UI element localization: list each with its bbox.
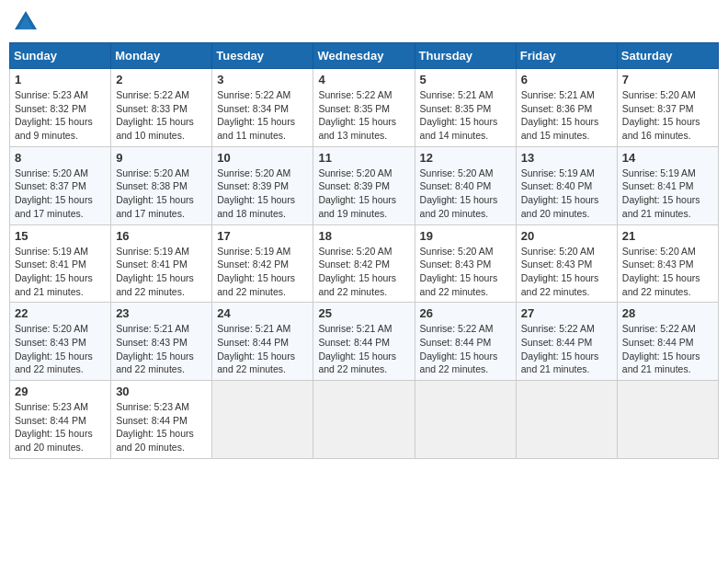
calendar-cell (415, 381, 516, 459)
calendar-day-header: Friday (516, 43, 617, 69)
calendar-week-row: 1Sunrise: 5:23 AMSunset: 8:32 PMDaylight… (10, 69, 719, 147)
calendar-cell: 8Sunrise: 5:20 AMSunset: 8:37 PMDaylight… (10, 146, 111, 224)
day-info: Sunrise: 5:20 AMSunset: 8:43 PMDaylight:… (420, 246, 498, 297)
day-info: Sunrise: 5:22 AMSunset: 8:35 PMDaylight:… (318, 89, 396, 141)
day-number: 2 (116, 73, 207, 86)
calendar-cell: 2Sunrise: 5:22 AMSunset: 8:33 PMDaylight… (111, 69, 212, 147)
day-info: Sunrise: 5:22 AMSunset: 8:33 PMDaylight:… (116, 89, 194, 141)
calendar-cell: 10Sunrise: 5:20 AMSunset: 8:39 PMDayligh… (212, 146, 313, 224)
calendar-cell: 16Sunrise: 5:19 AMSunset: 8:41 PMDayligh… (111, 224, 212, 303)
day-info: Sunrise: 5:23 AMSunset: 8:44 PMDaylight:… (15, 401, 93, 453)
calendar-day-header: Monday (111, 43, 212, 69)
calendar-header-row: SundayMondayTuesdayWednesdayThursdayFrid… (10, 43, 719, 69)
day-number: 26 (420, 306, 511, 320)
day-number: 14 (622, 151, 713, 165)
page-header (9, 9, 719, 35)
calendar-table: SundayMondayTuesdayWednesdayThursdayFrid… (9, 42, 719, 459)
calendar-day-header: Wednesday (313, 43, 415, 69)
day-info: Sunrise: 5:21 AMSunset: 8:35 PMDaylight:… (420, 89, 498, 141)
day-info: Sunrise: 5:19 AMSunset: 8:40 PMDaylight:… (521, 167, 599, 219)
logo-icon (13, 9, 39, 35)
day-number: 25 (318, 306, 409, 320)
calendar-cell: 21Sunrise: 5:20 AMSunset: 8:43 PMDayligh… (617, 224, 718, 303)
calendar-cell: 29Sunrise: 5:23 AMSunset: 8:44 PMDayligh… (10, 381, 111, 459)
day-number: 16 (116, 229, 207, 243)
day-number: 18 (318, 229, 409, 243)
day-info: Sunrise: 5:21 AMSunset: 8:36 PMDaylight:… (521, 89, 599, 141)
day-number: 15 (15, 229, 106, 243)
calendar-week-row: 15Sunrise: 5:19 AMSunset: 8:41 PMDayligh… (10, 224, 719, 303)
day-info: Sunrise: 5:19 AMSunset: 8:41 PMDaylight:… (622, 167, 700, 219)
calendar-cell: 5Sunrise: 5:21 AMSunset: 8:35 PMDaylight… (415, 69, 516, 147)
day-number: 29 (15, 385, 106, 398)
calendar-cell: 3Sunrise: 5:22 AMSunset: 8:34 PMDaylight… (212, 69, 313, 147)
day-number: 24 (217, 306, 308, 320)
day-number: 5 (420, 73, 511, 86)
day-number: 1 (15, 73, 106, 86)
calendar-body: 1Sunrise: 5:23 AMSunset: 8:32 PMDaylight… (10, 69, 719, 459)
calendar-cell (516, 381, 617, 459)
day-info: Sunrise: 5:19 AMSunset: 8:42 PMDaylight:… (217, 246, 295, 297)
day-info: Sunrise: 5:20 AMSunset: 8:37 PMDaylight:… (15, 167, 93, 219)
day-number: 12 (420, 151, 511, 165)
day-number: 23 (116, 306, 207, 320)
calendar-cell (212, 381, 313, 459)
day-number: 30 (116, 385, 207, 398)
calendar-week-row: 22Sunrise: 5:20 AMSunset: 8:43 PMDayligh… (10, 303, 719, 381)
day-info: Sunrise: 5:23 AMSunset: 8:44 PMDaylight:… (116, 401, 194, 453)
calendar-week-row: 8Sunrise: 5:20 AMSunset: 8:37 PMDaylight… (10, 146, 719, 224)
calendar-cell: 27Sunrise: 5:22 AMSunset: 8:44 PMDayligh… (516, 303, 617, 381)
calendar-cell (313, 381, 415, 459)
day-info: Sunrise: 5:20 AMSunset: 8:42 PMDaylight:… (318, 246, 396, 297)
day-info: Sunrise: 5:22 AMSunset: 8:44 PMDaylight:… (521, 323, 599, 374)
day-info: Sunrise: 5:20 AMSunset: 8:43 PMDaylight:… (15, 323, 93, 374)
calendar-cell: 17Sunrise: 5:19 AMSunset: 8:42 PMDayligh… (212, 224, 313, 303)
day-number: 9 (116, 151, 207, 165)
day-info: Sunrise: 5:23 AMSunset: 8:32 PMDaylight:… (15, 89, 93, 141)
calendar-cell: 9Sunrise: 5:20 AMSunset: 8:38 PMDaylight… (111, 146, 212, 224)
day-info: Sunrise: 5:21 AMSunset: 8:44 PMDaylight:… (217, 323, 295, 374)
calendar-cell: 7Sunrise: 5:20 AMSunset: 8:37 PMDaylight… (617, 69, 718, 147)
day-info: Sunrise: 5:20 AMSunset: 8:40 PMDaylight:… (420, 167, 498, 219)
day-number: 22 (15, 306, 106, 320)
day-info: Sunrise: 5:20 AMSunset: 8:39 PMDaylight:… (217, 167, 295, 219)
calendar-day-header: Tuesday (212, 43, 313, 69)
calendar-week-row: 29Sunrise: 5:23 AMSunset: 8:44 PMDayligh… (10, 381, 719, 459)
day-info: Sunrise: 5:22 AMSunset: 8:44 PMDaylight:… (420, 323, 498, 374)
day-info: Sunrise: 5:20 AMSunset: 8:43 PMDaylight:… (521, 246, 599, 297)
day-number: 17 (217, 229, 308, 243)
calendar-cell: 19Sunrise: 5:20 AMSunset: 8:43 PMDayligh… (415, 224, 516, 303)
day-number: 21 (622, 229, 713, 243)
day-number: 27 (521, 306, 612, 320)
calendar-cell: 18Sunrise: 5:20 AMSunset: 8:42 PMDayligh… (313, 224, 415, 303)
day-number: 19 (420, 229, 511, 243)
day-number: 3 (217, 73, 308, 86)
day-info: Sunrise: 5:19 AMSunset: 8:41 PMDaylight:… (15, 246, 93, 297)
day-info: Sunrise: 5:22 AMSunset: 8:44 PMDaylight:… (622, 323, 700, 374)
day-number: 6 (521, 73, 612, 86)
calendar-cell: 25Sunrise: 5:21 AMSunset: 8:44 PMDayligh… (313, 303, 415, 381)
calendar-cell: 23Sunrise: 5:21 AMSunset: 8:43 PMDayligh… (111, 303, 212, 381)
calendar-cell: 6Sunrise: 5:21 AMSunset: 8:36 PMDaylight… (516, 69, 617, 147)
day-info: Sunrise: 5:20 AMSunset: 8:37 PMDaylight:… (622, 89, 700, 141)
day-number: 7 (622, 73, 713, 86)
calendar-cell: 30Sunrise: 5:23 AMSunset: 8:44 PMDayligh… (111, 381, 212, 459)
day-info: Sunrise: 5:21 AMSunset: 8:44 PMDaylight:… (318, 323, 396, 374)
calendar-cell: 11Sunrise: 5:20 AMSunset: 8:39 PMDayligh… (313, 146, 415, 224)
calendar-cell: 13Sunrise: 5:19 AMSunset: 8:40 PMDayligh… (516, 146, 617, 224)
logo (13, 9, 40, 35)
calendar-cell: 22Sunrise: 5:20 AMSunset: 8:43 PMDayligh… (10, 303, 111, 381)
day-number: 4 (318, 73, 409, 86)
day-number: 20 (521, 229, 612, 243)
day-number: 11 (318, 151, 409, 165)
day-info: Sunrise: 5:19 AMSunset: 8:41 PMDaylight:… (116, 246, 194, 297)
calendar-cell: 4Sunrise: 5:22 AMSunset: 8:35 PMDaylight… (313, 69, 415, 147)
calendar-cell: 1Sunrise: 5:23 AMSunset: 8:32 PMDaylight… (10, 69, 111, 147)
calendar-cell: 24Sunrise: 5:21 AMSunset: 8:44 PMDayligh… (212, 303, 313, 381)
calendar-cell: 26Sunrise: 5:22 AMSunset: 8:44 PMDayligh… (415, 303, 516, 381)
day-number: 10 (217, 151, 308, 165)
day-info: Sunrise: 5:20 AMSunset: 8:43 PMDaylight:… (622, 246, 700, 297)
calendar-day-header: Sunday (10, 43, 111, 69)
calendar-cell: 12Sunrise: 5:20 AMSunset: 8:40 PMDayligh… (415, 146, 516, 224)
calendar-cell: 15Sunrise: 5:19 AMSunset: 8:41 PMDayligh… (10, 224, 111, 303)
